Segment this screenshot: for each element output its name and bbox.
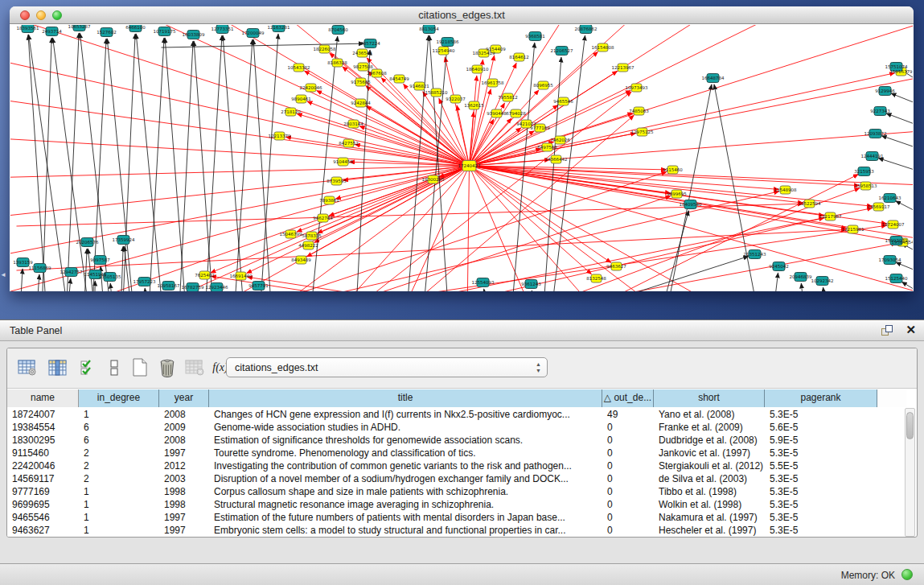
table-cell-title[interactable]: Genome-wide association studies in ADHD.: [209, 421, 602, 434]
table-cell-out-de-[interactable]: 0: [602, 447, 654, 459]
table-cell-title[interactable]: Structural magnetic resonance image aver…: [209, 498, 602, 511]
table-cell-name[interactable]: 9463627: [7, 524, 79, 537]
table-row[interactable]: 1938455462009Genome-wide association stu…: [7, 421, 906, 434]
table-cell-pagerank[interactable]: 5.3E-5: [765, 498, 877, 511]
table-cell-in-degree[interactable]: 1: [79, 511, 159, 524]
table-row[interactable]: 911546021997Tourette syndrome. Phenomeno…: [7, 447, 906, 459]
table-cell-short[interactable]: Stergiakouli et al. (2012): [654, 459, 765, 472]
table-cell-out-de-[interactable]: 0: [602, 421, 654, 434]
table-cell-title[interactable]: Embryonic stem cells: a model to study s…: [209, 524, 602, 537]
column-header-pagerank[interactable]: pagerank: [765, 389, 877, 407]
table-cell-in-degree[interactable]: 6: [79, 421, 159, 434]
table-cell-title[interactable]: Disruption of a novel member of a sodium…: [209, 472, 602, 485]
delete-column-trash-icon[interactable]: [157, 357, 178, 378]
table-cell-title[interactable]: Investigating the contribution of common…: [209, 459, 602, 472]
column-header-year[interactable]: year: [159, 389, 209, 407]
table-cell-out-de-[interactable]: 0: [602, 511, 654, 524]
table-cell-year[interactable]: 1998: [159, 485, 209, 498]
table-cell-year[interactable]: 2009: [159, 421, 209, 434]
table-cell-name[interactable]: 9465546: [7, 511, 79, 524]
table-scrollbar-thumb[interactable]: [906, 412, 914, 439]
table-cell-pagerank[interactable]: 5.9E-5: [765, 434, 877, 447]
table-cell-name[interactable]: 9777169: [7, 485, 79, 498]
table-cell-pagerank[interactable]: 5.3E-5: [765, 511, 877, 524]
table-row[interactable]: 969969511998Structural magnetic resonanc…: [7, 498, 906, 511]
table-cell-short[interactable]: Tibbo et al. (1998): [654, 485, 765, 498]
table-cell-year[interactable]: 1998: [159, 498, 209, 511]
table-row[interactable]: 1872400712008Changes of HCN gene express…: [7, 408, 906, 421]
table-cell-in-degree[interactable]: 2: [79, 459, 159, 472]
table-row[interactable]: 946554611997Estimation of the future num…: [7, 511, 906, 524]
table-cell-short[interactable]: Nakamura et al. (1997): [654, 511, 765, 524]
table-cell-title[interactable]: Corpus callosum shape and size in male p…: [209, 485, 602, 498]
table-row[interactable]: 1456911722003Disruption of a novel membe…: [7, 472, 906, 485]
table-scrollbar[interactable]: [905, 408, 915, 537]
close-panel-icon[interactable]: ✕: [906, 323, 916, 337]
new-column-icon[interactable]: [129, 357, 150, 378]
network-window-titlebar[interactable]: citations_edges.txt: [10, 6, 914, 24]
table-cell-short[interactable]: Franke et al. (2009): [654, 421, 765, 434]
table-cell-in-degree[interactable]: 6: [79, 434, 159, 447]
table-cell-in-degree[interactable]: 1: [79, 408, 159, 421]
table-cell-name[interactable]: 22420046: [7, 459, 79, 472]
rows-icon[interactable]: [104, 357, 125, 378]
table-row[interactable]: 946362711997Embryonic stem cells: a mode…: [7, 524, 906, 537]
table-cell-title[interactable]: Changes of HCN gene expression and I(f) …: [209, 408, 602, 421]
table-cell-pagerank[interactable]: 5.5E-5: [765, 459, 877, 472]
table-cell-year[interactable]: 2008: [159, 408, 209, 421]
table-cell-in-degree[interactable]: 1: [79, 498, 159, 511]
column-header-in-degree[interactable]: in_degree: [79, 389, 159, 407]
table-cell-short[interactable]: Dudbridge et al. (2008): [654, 434, 765, 447]
table-cell-short[interactable]: Jankovic et al. (1997): [654, 447, 765, 459]
table-cell-out-de-[interactable]: 49: [602, 408, 654, 421]
table-cell-name[interactable]: 9115460: [7, 447, 79, 459]
table-cell-title[interactable]: Tourette syndrome. Phenomenology and cla…: [209, 447, 602, 459]
table-cell-name[interactable]: 18300295: [7, 434, 79, 447]
table-cell-pagerank[interactable]: 5.3E-5: [765, 472, 877, 485]
network-canvas-container[interactable]: 1724042718300295977716974620266497568243…: [10, 25, 913, 291]
table-cell-pagerank[interactable]: 5.6E-5: [765, 421, 877, 434]
table-cell-year[interactable]: 2008: [159, 434, 209, 447]
table-cell-year[interactable]: 1997: [159, 511, 209, 524]
table-cell-year[interactable]: 2012: [159, 459, 209, 472]
table-body[interactable]: 1872400712008Changes of HCN gene express…: [7, 408, 906, 538]
table-cell-pagerank[interactable]: 5.3E-5: [765, 524, 877, 537]
table-cell-year[interactable]: 1997: [159, 447, 209, 459]
table-cell-in-degree[interactable]: 1: [79, 524, 159, 537]
table-cell-in-degree[interactable]: 2: [79, 447, 159, 459]
select-all-icon[interactable]: [78, 357, 99, 378]
table-mode-icon[interactable]: [17, 357, 38, 378]
table-row[interactable]: 2242004622012Investigating the contribut…: [7, 459, 906, 472]
table-cell-out-de-[interactable]: 0: [602, 524, 654, 537]
table-cell-in-degree[interactable]: 2: [79, 472, 159, 485]
table-cell-in-degree[interactable]: 1: [79, 485, 159, 498]
table-cell-short[interactable]: de Silva et al. (2003): [654, 472, 765, 485]
column-header-out-de-[interactable]: △ out_de...: [602, 389, 654, 407]
table-cell-year[interactable]: 1997: [159, 524, 209, 537]
table-cell-short[interactable]: Wolkin et al. (1998): [654, 498, 765, 511]
table-cell-name[interactable]: 9699695: [7, 498, 79, 511]
table-select-dropdown[interactable]: citations_edges.txt ▲▼: [226, 357, 548, 377]
table-cell-name[interactable]: 14569117: [7, 472, 79, 485]
show-columns-icon[interactable]: [47, 357, 68, 378]
table-cell-out-de-[interactable]: 0: [602, 485, 654, 498]
table-cell-short[interactable]: Hescheler et al. (1997): [654, 524, 765, 537]
column-header-short[interactable]: short: [654, 389, 765, 407]
table-cell-title[interactable]: Estimation of significance thresholds fo…: [209, 434, 602, 447]
column-header-title[interactable]: title: [209, 389, 602, 407]
table-cell-title[interactable]: Estimation of the future numbers of pati…: [209, 511, 602, 524]
table-cell-out-de-[interactable]: 0: [602, 434, 654, 447]
column-header-name[interactable]: name: [7, 389, 79, 407]
table-cell-pagerank[interactable]: 5.3E-5: [765, 447, 877, 459]
table-cell-pagerank[interactable]: 5.3E-5: [765, 408, 877, 421]
table-row[interactable]: 977716911998Corpus callosum shape and si…: [7, 485, 906, 498]
float-panel-icon[interactable]: [881, 325, 893, 336]
table-cell-name[interactable]: 18724007: [7, 408, 79, 421]
table-row[interactable]: 1830029562008Estimation of significance …: [7, 434, 906, 447]
table-cell-name[interactable]: 19384554: [7, 421, 79, 434]
table-cell-out-de-[interactable]: 0: [602, 498, 654, 511]
table-cell-out-de-[interactable]: 0: [602, 459, 654, 472]
table-cell-short[interactable]: Yano et al. (2008): [654, 408, 765, 421]
table-cell-pagerank[interactable]: 5.3E-5: [765, 485, 877, 498]
network-canvas[interactable]: 1724042718300295977716974620266497568243…: [10, 25, 913, 291]
